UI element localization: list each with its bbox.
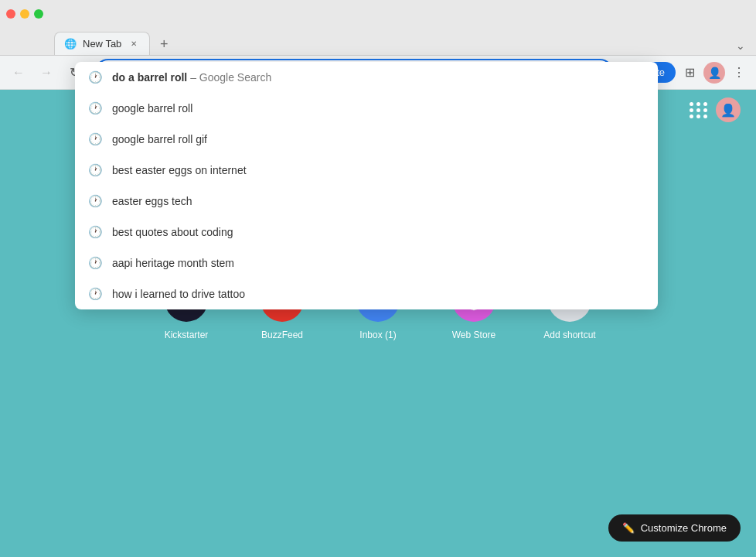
page-top-right: 👤 <box>688 97 741 122</box>
suggestion-clock-icon: 🕐 <box>87 132 103 147</box>
suggestion-clock-icon: 🕐 <box>87 193 103 209</box>
suggestion-text: google barrel roll <box>112 102 192 114</box>
suggestion-text: aapi heritage month stem <box>112 257 234 269</box>
close-button[interactable] <box>6 9 15 19</box>
tab-bar: 🌐 New Tab ✕ + ⌄ <box>0 28 756 56</box>
suggestion-text: easter eggs tech <box>112 195 192 207</box>
page-profile-avatar[interactable]: 👤 <box>716 97 741 122</box>
tab-title: New Tab <box>83 38 121 50</box>
customize-chrome-button[interactable]: ✏️ Customize Chrome <box>608 514 741 542</box>
minimize-button[interactable] <box>20 9 29 19</box>
suggestion-item[interactable]: 🕐 google barrel roll <box>75 93 658 124</box>
suggestion-clock-icon: 🕐 <box>87 224 103 240</box>
tab-strip-more-icon[interactable]: ⌄ <box>731 36 750 55</box>
suggestion-item[interactable]: 🕐 aapi heritage month stem <box>75 248 658 278</box>
suggestion-item[interactable]: 🕐 best easter eggs on internet <box>75 155 658 186</box>
suggestion-text: best quotes about coding <box>112 226 233 238</box>
suggestion-item[interactable]: 🕐 do a barrel roll – Google Search <box>75 62 658 93</box>
new-tab-button[interactable]: + <box>153 33 175 55</box>
more-menu-icon[interactable]: ⋮ <box>728 62 750 84</box>
maximize-button[interactable] <box>34 9 43 19</box>
suggestion-text: google barrel roll gif <box>112 133 207 145</box>
shortcut-label-inbox: Inbox (1) <box>359 330 396 340</box>
suggestion-item[interactable]: 🕐 google barrel roll gif <box>75 124 658 155</box>
tab-close-button[interactable]: ✕ <box>128 38 140 50</box>
suggestion-clock-icon: 🕐 <box>87 162 103 178</box>
suggestion-clock-icon: 🕐 <box>87 70 103 85</box>
suggestion-clock-icon: 🕐 <box>87 255 103 271</box>
customize-icon: ✏️ <box>622 522 635 534</box>
back-button[interactable]: ← <box>6 60 31 85</box>
title-bar <box>0 0 756 28</box>
suggestion-text: how i learned to drive tattoo <box>112 288 245 300</box>
shortcut-label-kickstarter: Kickstarter <box>165 330 209 340</box>
shortcut-label-add_shortcut: Add shortcut <box>543 330 595 340</box>
shortcut-label-buzzfeed: BuzzFeed <box>261 330 303 340</box>
suggestion-clock-icon: 🕐 <box>87 101 103 116</box>
suggestions-dropdown: 🕐 do a barrel roll – Google Search 🕐 goo… <box>75 62 658 309</box>
apps-button[interactable] <box>688 99 710 121</box>
profile-icon[interactable]: 👤 <box>703 62 725 84</box>
suggestion-item[interactable]: 🕐 easter eggs tech <box>75 186 658 217</box>
tab-favicon: 🌐 <box>64 38 77 50</box>
suggestion-text: best easter eggs on internet <box>112 164 247 176</box>
tab-strip-right: ⌄ <box>731 36 756 55</box>
customize-label: Customize Chrome <box>641 522 727 534</box>
extensions-icon[interactable]: ⊞ <box>679 62 700 84</box>
active-tab[interactable]: 🌐 New Tab ✕ <box>54 32 150 55</box>
suggestion-text: do a barrel roll – Google Search <box>112 71 271 84</box>
forward-button[interactable]: → <box>34 60 59 85</box>
suggestion-clock-icon: 🕐 <box>87 286 103 302</box>
traffic-lights <box>6 9 43 19</box>
suggestion-item[interactable]: 🕐 how i learned to drive tattoo <box>75 278 658 309</box>
profile-avatar: 👤 <box>703 62 725 84</box>
suggestion-item[interactable]: 🕐 best quotes about coding <box>75 217 658 248</box>
shortcut-label-web_store: Web Store <box>452 330 495 340</box>
